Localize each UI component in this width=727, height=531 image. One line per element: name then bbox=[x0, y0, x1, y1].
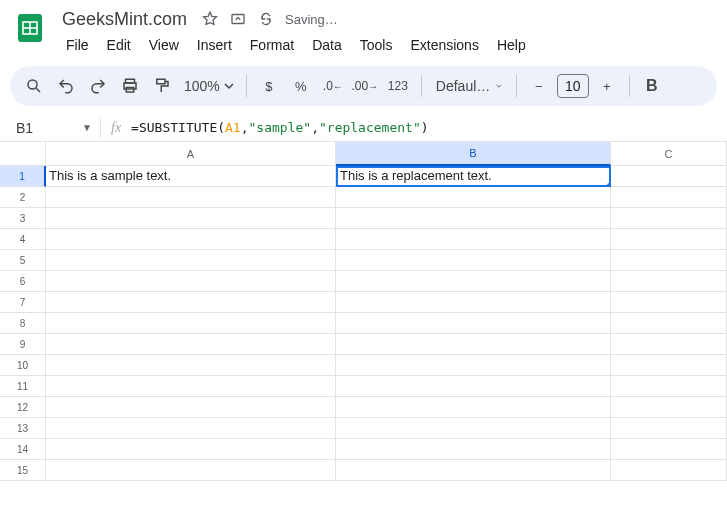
cell-a6[interactable] bbox=[46, 271, 336, 292]
decrease-font-icon[interactable]: − bbox=[525, 72, 553, 100]
menu-help[interactable]: Help bbox=[489, 33, 534, 57]
cell-b10[interactable] bbox=[336, 355, 611, 376]
doc-title[interactable]: GeeksMint.com bbox=[58, 8, 191, 31]
name-box[interactable]: B1▼ bbox=[0, 120, 100, 136]
row-header-1[interactable]: 1 bbox=[0, 166, 46, 187]
cell-c2[interactable] bbox=[611, 187, 727, 208]
cell-a1[interactable]: This is a sample text. bbox=[46, 166, 336, 187]
undo-icon[interactable] bbox=[52, 72, 80, 100]
cell-a12[interactable] bbox=[46, 397, 336, 418]
number-format-icon[interactable]: 123 bbox=[383, 72, 413, 100]
cell-b15[interactable] bbox=[336, 460, 611, 481]
cell-b4[interactable] bbox=[336, 229, 611, 250]
cell-b12[interactable] bbox=[336, 397, 611, 418]
separator bbox=[629, 75, 630, 97]
row-header-3[interactable]: 3 bbox=[0, 208, 46, 229]
decrease-decimal-icon[interactable]: .0← bbox=[319, 72, 347, 100]
formula-text: "sample" bbox=[249, 120, 312, 135]
col-header-a[interactable]: A bbox=[46, 142, 336, 166]
cell-c14[interactable] bbox=[611, 439, 727, 460]
cell-b9[interactable] bbox=[336, 334, 611, 355]
cell-c9[interactable] bbox=[611, 334, 727, 355]
row-header-12[interactable]: 12 bbox=[0, 397, 46, 418]
cell-c13[interactable] bbox=[611, 418, 727, 439]
menu-insert[interactable]: Insert bbox=[189, 33, 240, 57]
menu-edit[interactable]: Edit bbox=[99, 33, 139, 57]
increase-decimal-icon[interactable]: .00→ bbox=[351, 72, 379, 100]
cell-b11[interactable] bbox=[336, 376, 611, 397]
redo-icon[interactable] bbox=[84, 72, 112, 100]
cell-b5[interactable] bbox=[336, 250, 611, 271]
cell-a5[interactable] bbox=[46, 250, 336, 271]
row-header-4[interactable]: 4 bbox=[0, 229, 46, 250]
cell-b1[interactable]: This is a replacement text. bbox=[336, 166, 611, 187]
cell-c11[interactable] bbox=[611, 376, 727, 397]
menu-view[interactable]: View bbox=[141, 33, 187, 57]
cell-b2[interactable] bbox=[336, 187, 611, 208]
font-size-input[interactable]: 10 bbox=[557, 74, 589, 98]
save-status: Saving… bbox=[285, 12, 338, 27]
cell-c6[interactable] bbox=[611, 271, 727, 292]
cell-a4[interactable] bbox=[46, 229, 336, 250]
formula-text: , bbox=[311, 120, 319, 135]
row-header-9[interactable]: 9 bbox=[0, 334, 46, 355]
row-header-14[interactable]: 14 bbox=[0, 439, 46, 460]
cell-b3[interactable] bbox=[336, 208, 611, 229]
row-header-5[interactable]: 5 bbox=[0, 250, 46, 271]
menu-data[interactable]: Data bbox=[304, 33, 350, 57]
cell-a14[interactable] bbox=[46, 439, 336, 460]
select-all-corner[interactable] bbox=[0, 142, 46, 166]
row-header-2[interactable]: 2 bbox=[0, 187, 46, 208]
paint-format-icon[interactable] bbox=[148, 72, 176, 100]
increase-font-icon[interactable]: + bbox=[593, 72, 621, 100]
row-header-6[interactable]: 6 bbox=[0, 271, 46, 292]
row-header-11[interactable]: 11 bbox=[0, 376, 46, 397]
search-icon[interactable] bbox=[20, 72, 48, 100]
currency-icon[interactable]: $ bbox=[255, 72, 283, 100]
cell-b14[interactable] bbox=[336, 439, 611, 460]
formula-bar[interactable]: =SUBSTITUTE(A1, "sample", "replacement") bbox=[131, 120, 428, 135]
menu-extensions[interactable]: Extensions bbox=[402, 33, 486, 57]
row-header-10[interactable]: 10 bbox=[0, 355, 46, 376]
cell-b13[interactable] bbox=[336, 418, 611, 439]
cell-c15[interactable] bbox=[611, 460, 727, 481]
menu-tools[interactable]: Tools bbox=[352, 33, 401, 57]
zoom-select[interactable]: 100% bbox=[180, 78, 238, 94]
cell-b6[interactable] bbox=[336, 271, 611, 292]
cloud-sync-icon[interactable] bbox=[257, 10, 275, 28]
cell-b7[interactable] bbox=[336, 292, 611, 313]
menu-file[interactable]: File bbox=[58, 33, 97, 57]
cell-c1[interactable] bbox=[611, 166, 727, 187]
col-header-c[interactable]: C bbox=[611, 142, 727, 166]
cell-a2[interactable] bbox=[46, 187, 336, 208]
menu-format[interactable]: Format bbox=[242, 33, 302, 57]
sheets-logo[interactable] bbox=[10, 8, 50, 48]
percent-icon[interactable]: % bbox=[287, 72, 315, 100]
cell-c10[interactable] bbox=[611, 355, 727, 376]
bold-icon[interactable]: B bbox=[638, 72, 666, 100]
cell-b8[interactable] bbox=[336, 313, 611, 334]
cell-a9[interactable] bbox=[46, 334, 336, 355]
cell-a7[interactable] bbox=[46, 292, 336, 313]
cell-a3[interactable] bbox=[46, 208, 336, 229]
star-icon[interactable] bbox=[201, 10, 219, 28]
cell-c3[interactable] bbox=[611, 208, 727, 229]
font-family-select[interactable]: Defaul… bbox=[430, 78, 508, 94]
cell-a15[interactable] bbox=[46, 460, 336, 481]
row-header-15[interactable]: 15 bbox=[0, 460, 46, 481]
col-header-b[interactable]: B bbox=[336, 142, 611, 166]
row-header-7[interactable]: 7 bbox=[0, 292, 46, 313]
cell-a10[interactable] bbox=[46, 355, 336, 376]
cell-c7[interactable] bbox=[611, 292, 727, 313]
cell-c4[interactable] bbox=[611, 229, 727, 250]
cell-c12[interactable] bbox=[611, 397, 727, 418]
cell-a8[interactable] bbox=[46, 313, 336, 334]
row-header-13[interactable]: 13 bbox=[0, 418, 46, 439]
print-icon[interactable] bbox=[116, 72, 144, 100]
cell-a13[interactable] bbox=[46, 418, 336, 439]
cell-c8[interactable] bbox=[611, 313, 727, 334]
cell-c5[interactable] bbox=[611, 250, 727, 271]
move-icon[interactable] bbox=[229, 10, 247, 28]
row-header-8[interactable]: 8 bbox=[0, 313, 46, 334]
cell-a11[interactable] bbox=[46, 376, 336, 397]
